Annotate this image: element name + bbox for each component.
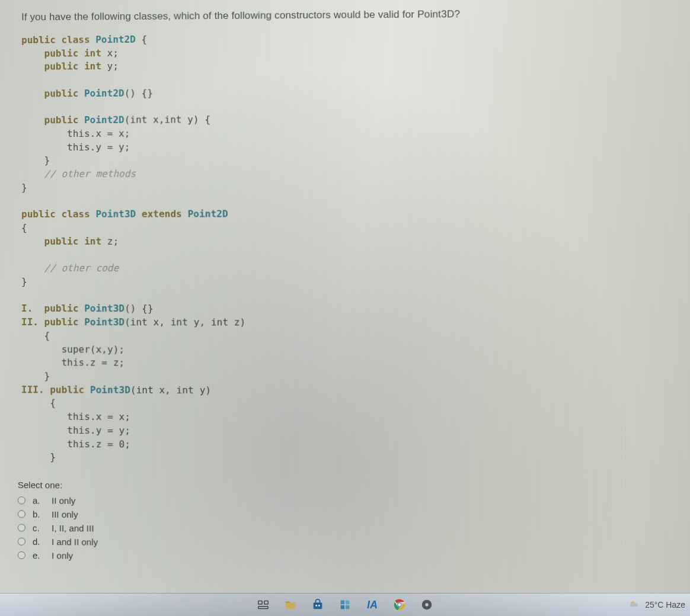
svg-rect-8 [341,605,344,609]
edge-icon[interactable]: IA [365,598,379,612]
weather-text[interactable]: 25°C Haze [645,600,685,609]
question-panel: If you have the following classes, which… [0,0,690,567]
taskbar-right: 25°C Haze [628,599,685,611]
option-e-text: I only [52,550,73,560]
svg-rect-3 [314,602,322,609]
settings-icon[interactable] [420,598,434,612]
option-d-text: I and II only [52,537,98,547]
radio-c[interactable] [18,524,25,531]
svg-rect-0 [258,601,262,605]
radio-a[interactable] [18,496,25,504]
code-block: public class Point2D { public int x; pub… [21,30,690,468]
explorer-icon[interactable] [283,598,298,612]
svg-rect-9 [346,605,349,609]
taskbar: IA 25°C Haze [0,593,690,616]
svg-rect-2 [258,607,269,609]
taskbar-center: IA [256,598,434,612]
chrome-icon[interactable] [392,598,407,612]
option-a-text: II only [52,495,75,505]
radio-d[interactable] [18,538,25,546]
option-b-text: III only [52,509,78,519]
select-one-label: Select one: [18,480,690,494]
svg-point-14 [425,603,429,607]
question-text: If you have the following classes, which… [21,7,690,23]
store-icon[interactable] [311,598,325,612]
radio-e[interactable] [18,551,25,559]
svg-rect-7 [346,601,349,604]
radio-b[interactable] [18,510,25,518]
task-view-icon[interactable] [256,598,270,612]
answer-options: a. II only b. III only c. I, II, and III… [18,493,690,567]
weather-icon [628,599,640,611]
svg-rect-4 [315,605,317,607]
svg-point-12 [398,603,401,607]
svg-rect-6 [341,601,344,604]
option-c-text: I, II, and III [52,523,94,534]
svg-rect-1 [264,601,268,605]
app-grid-icon[interactable] [338,598,352,612]
svg-rect-5 [318,605,320,607]
